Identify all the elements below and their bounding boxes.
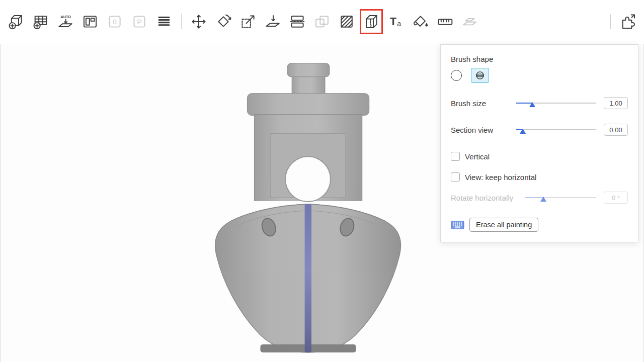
plugin-puzzle-icon	[619, 13, 636, 30]
svg-text:AUTO: AUTO	[60, 15, 71, 19]
brush-shape-options	[451, 68, 628, 82]
main-toolbar: AUTO 0 P	[0, 0, 644, 43]
vertical-row: Vertical	[451, 149, 628, 163]
keep-horizontal-label: View: keep horizontal	[465, 173, 536, 182]
color-painting-button[interactable]	[410, 10, 432, 34]
brush-size-row: Brush size 1.00	[451, 96, 628, 110]
color-painting-icon	[412, 13, 429, 30]
section-view-row: Section view 0.00	[451, 123, 628, 137]
brush-size-slider[interactable]	[516, 99, 596, 107]
place-on-face-icon	[264, 13, 281, 30]
arrange-icon	[82, 13, 99, 30]
painted-seam-stripe[interactable]	[305, 204, 311, 352]
svg-text:P: P	[137, 18, 142, 26]
cut-button[interactable]	[286, 10, 308, 34]
keep-horizontal-checkbox[interactable]	[451, 172, 460, 182]
benchy-chimney-collar[interactable]	[287, 63, 330, 77]
plugin-button[interactable]	[617, 10, 639, 34]
add-object-button[interactable]	[5, 10, 27, 34]
svg-text:a: a	[397, 20, 401, 28]
text-tool-icon: T a	[387, 13, 405, 30]
move-button[interactable]	[188, 10, 210, 34]
brush-size-label: Brush size	[451, 99, 486, 108]
rotate-horizontally-value[interactable]: 0 °	[604, 192, 628, 204]
scale-button[interactable]	[237, 10, 259, 34]
erase-row: Erase all painting	[451, 218, 628, 232]
rotate-button[interactable]	[212, 10, 234, 34]
rotate-horizontally-row: Rotate horizontally 0 °	[451, 191, 628, 205]
layers-icon	[155, 13, 173, 30]
move-icon	[190, 13, 207, 30]
mesh-boolean-button[interactable]	[311, 10, 333, 34]
seam-painting-panel: Brush shape Brush size 1.00 Section view	[440, 44, 638, 242]
measure-icon	[437, 13, 454, 30]
place-on-face-button[interactable]	[262, 10, 284, 34]
variable-layer-height-button[interactable]	[153, 10, 175, 34]
toolbar-separator	[181, 14, 182, 29]
assembly-icon	[461, 13, 478, 30]
split-to-objects-button[interactable]: 0	[104, 10, 126, 34]
mesh-boolean-icon	[313, 13, 331, 30]
support-painting-button[interactable]	[336, 10, 358, 34]
svg-text:0: 0	[113, 18, 116, 26]
rotate-horizontally-label: Rotate horizontally	[451, 194, 513, 202]
vertical-checkbox[interactable]	[451, 152, 460, 161]
auto-orient-icon: AUTO	[57, 13, 74, 30]
measure-button[interactable]	[434, 10, 456, 34]
section-view-slider-thumb[interactable]	[520, 129, 526, 134]
split-to-parts-icon: P	[131, 13, 148, 30]
seam-painting-icon	[363, 13, 380, 30]
auto-orient-button[interactable]: AUTO	[54, 10, 76, 34]
section-view-value[interactable]: 0.00	[604, 124, 628, 136]
arrange-button[interactable]	[79, 10, 101, 34]
split-to-objects-icon: 0	[106, 13, 123, 30]
brush-shape-label: Brush shape	[451, 55, 493, 63]
seam-painting-button[interactable]	[360, 10, 382, 34]
brush-shape-sphere-option[interactable]	[471, 68, 489, 83]
svg-text:T: T	[390, 16, 396, 28]
benchy-roof[interactable]	[247, 94, 369, 116]
support-painting-icon	[338, 13, 355, 30]
brush-shape-circle-option[interactable]	[451, 70, 462, 81]
scale-icon	[239, 13, 257, 30]
text-tool-button[interactable]: T a	[385, 10, 407, 34]
section-view-label: Section view	[451, 126, 493, 134]
benchy-window[interactable]	[285, 156, 331, 202]
cut-icon	[289, 13, 306, 30]
split-to-parts-button[interactable]: P	[128, 10, 150, 34]
rotate-horizontally-slider[interactable]	[525, 194, 596, 202]
rotate-icon	[215, 13, 232, 30]
brush-size-slider-thumb[interactable]	[529, 102, 535, 107]
keep-horizontal-row: View: keep horizontal	[451, 170, 628, 184]
add-cube-icon	[8, 13, 25, 30]
add-plate-button[interactable]	[30, 10, 52, 34]
sphere-icon	[475, 70, 485, 80]
app-window: AUTO 0 P	[0, 0, 644, 362]
rotate-horizontally-slider-thumb[interactable]	[540, 197, 546, 202]
brush-shape-row: Brush shape	[451, 52, 628, 66]
keyboard-shortcut-icon[interactable]	[451, 220, 464, 230]
brush-size-value[interactable]: 1.00	[604, 97, 628, 109]
vertical-label: Vertical	[465, 152, 490, 161]
section-view-slider[interactable]	[516, 126, 596, 134]
assembly-button[interactable]	[459, 10, 481, 34]
toolbar-separator	[610, 14, 611, 29]
add-plate-icon	[32, 13, 49, 30]
erase-all-painting-button[interactable]: Erase all painting	[469, 218, 538, 232]
